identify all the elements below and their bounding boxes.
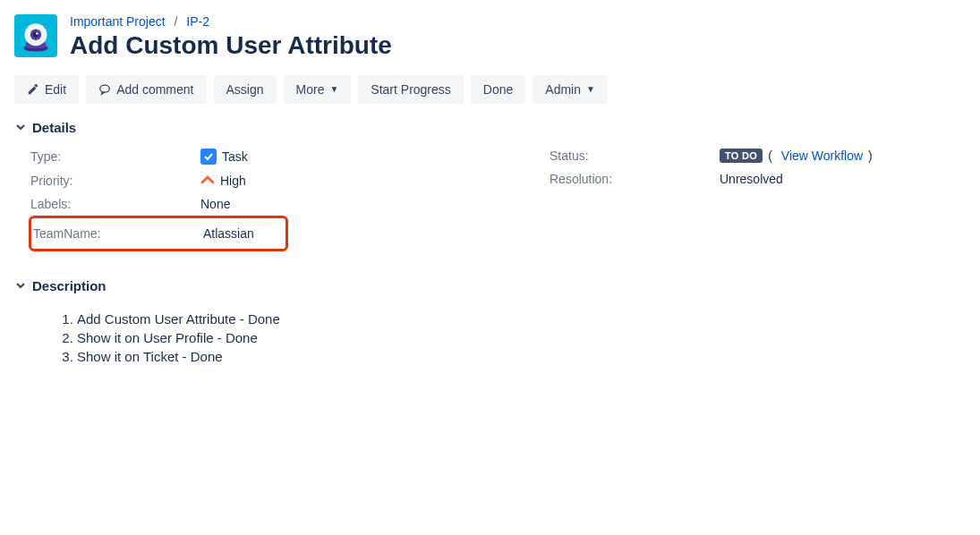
teamname-highlight: TeamName: Atlassian (29, 216, 288, 251)
assign-button[interactable]: Assign (214, 75, 277, 104)
comment-icon (98, 83, 111, 96)
chevron-down-icon: ▼ (586, 84, 595, 94)
task-type-icon (200, 149, 217, 165)
page-title: Add Custom User Attribute (70, 30, 392, 61)
admin-button[interactable]: Admin ▼ (533, 75, 608, 104)
view-workflow-link[interactable]: View Workflow (781, 149, 863, 163)
field-labels: Labels: None (30, 192, 514, 216)
description-section-toggle[interactable]: Description (14, 278, 966, 293)
teamname-label: TeamName: (33, 226, 203, 241)
list-item: Add Custom User Attribute - Done (77, 311, 966, 327)
chevron-down-icon: ▼ (329, 84, 338, 94)
done-label: Done (483, 82, 513, 97)
breadcrumb-project-link[interactable]: Important Project (70, 14, 166, 29)
start-progress-button[interactable]: Start Progress (358, 75, 463, 104)
more-button[interactable]: More ▼ (284, 75, 352, 104)
field-resolution: Resolution: Unresolved (550, 167, 961, 191)
labels-label: Labels: (30, 197, 200, 211)
start-progress-label: Start Progress (371, 82, 450, 97)
svg-point-6 (100, 85, 110, 92)
field-status: Status: TO DO (View Workflow) (550, 144, 961, 167)
details-section-label: Details (32, 120, 76, 135)
field-priority: Priority: High (30, 169, 514, 192)
edit-button[interactable]: Edit (14, 75, 79, 104)
pencil-icon (27, 83, 39, 96)
resolution-value: Unresolved (720, 172, 783, 186)
description-content: Add Custom User Attribute - Done Show it… (14, 311, 966, 364)
details-panel: Type: Task Priority: High Labels: None (14, 144, 966, 251)
type-value: Task (222, 149, 248, 164)
labels-value: None (200, 197, 230, 211)
done-button[interactable]: Done (471, 75, 525, 104)
list-item: Show it on Ticket - Done (77, 349, 966, 364)
project-avatar (14, 14, 57, 57)
priority-label: Priority: (30, 174, 200, 188)
resolution-label: Resolution: (550, 172, 720, 186)
chevron-down-icon (14, 279, 27, 292)
toolbar: Edit Add comment Assign More ▼ Start Pro… (14, 75, 966, 104)
priority-value: High (220, 174, 246, 188)
teamname-value: Atlassian (203, 226, 254, 241)
breadcrumb: Important Project / IP-2 (70, 14, 392, 29)
list-item: Show it on User Profile - Done (77, 330, 966, 345)
admin-label: Admin (545, 82, 581, 97)
type-label: Type: (30, 149, 200, 164)
priority-high-icon (200, 174, 215, 188)
more-label: More (296, 82, 325, 97)
paren-open: ( (768, 149, 772, 163)
details-section-toggle[interactable]: Details (14, 120, 966, 135)
edit-label: Edit (45, 82, 66, 97)
chevron-down-icon (14, 121, 27, 133)
description-section-label: Description (32, 278, 107, 293)
add-comment-label: Add comment (116, 82, 193, 97)
status-badge: TO DO (720, 149, 763, 163)
assign-label: Assign (226, 82, 264, 97)
breadcrumb-separator: / (175, 14, 178, 29)
field-type: Type: Task (30, 144, 514, 169)
svg-point-5 (36, 32, 38, 35)
breadcrumb-issue-link[interactable]: IP-2 (186, 14, 209, 29)
add-comment-button[interactable]: Add comment (86, 75, 206, 104)
paren-close: ) (868, 149, 873, 163)
svg-point-4 (33, 32, 38, 38)
status-label: Status: (550, 149, 720, 163)
